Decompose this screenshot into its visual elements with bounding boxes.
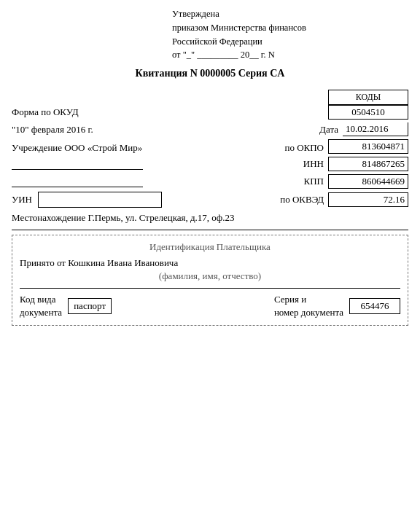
- date-value: 10.02.2016: [343, 122, 408, 136]
- payer-name: Принято от Кошкина Ивана Ивановича: [20, 257, 400, 269]
- divider-solid: [12, 230, 408, 230]
- approval-text: Утверждена приказом Министерства финансо…: [172, 7, 408, 62]
- doc-number-value[interactable]: 654476: [349, 298, 400, 314]
- okud-label: Форма по ОКУД: [12, 106, 328, 118]
- uin-right: по ОКВЭД 72.16: [162, 192, 408, 207]
- address-row: Местонахождение Г.Пермь, ул. Стрелецкая,…: [12, 212, 408, 224]
- okud-value: 0504510: [328, 105, 408, 120]
- receipt-title: Квитанция N 0000005 Серия CA: [12, 68, 408, 79]
- payer-section: Идентификация Плательщика Принято от Кош…: [12, 235, 408, 326]
- payer-identification-title: Идентификация Плательщика: [20, 241, 400, 253]
- okved-label: по ОКВЭД: [280, 194, 324, 206]
- inn-label: ИНН: [303, 158, 324, 170]
- uin-row: УИН по ОКВЭД 72.16: [12, 192, 408, 208]
- underline-row-2: КПП 860644669: [12, 174, 408, 189]
- approval-line1: Утверждена: [172, 7, 408, 21]
- kpp-label: КПП: [304, 176, 324, 187]
- org-label: Учреждение ООО «Строй Мир»: [12, 142, 284, 154]
- approval-line4: от "_" _________ 20__ г. N: [172, 48, 408, 62]
- okpo-label: по ОКПО: [284, 142, 324, 154]
- uin-label: УИН: [12, 194, 32, 206]
- approval-line3: Российской Федерации: [172, 35, 408, 49]
- org-row: Учреждение ООО «Строй Мир» по ОКПО 81360…: [12, 139, 408, 154]
- okud-row: Форма по ОКУД 0504510: [12, 105, 408, 120]
- payer-inner-divider: [20, 288, 400, 289]
- underline-2: [12, 174, 143, 187]
- date-row: "10" февраля 2016 г. Дата 10.02.2016: [12, 122, 408, 136]
- codes-section: КОДЫ: [12, 90, 408, 105]
- inn-value: 814867265: [328, 157, 408, 171]
- okpo-value: 813604871: [328, 139, 408, 154]
- doc-number-label: Серия и номер документа: [274, 293, 343, 319]
- uin-input[interactable]: [38, 192, 162, 208]
- kpp-value: 860644669: [328, 174, 408, 189]
- underline-1: [12, 157, 143, 170]
- date-label: Дата: [319, 124, 338, 136]
- approval-line2: приказом Министерства финансов: [172, 21, 408, 35]
- date-left-text: "10" февраля 2016 г.: [12, 124, 319, 136]
- doc-right: Серия и номер документа 654476: [112, 293, 400, 319]
- okved-value: 72.16: [328, 192, 408, 207]
- codes-header: КОДЫ: [328, 90, 408, 105]
- doc-type-label: Код вида документа: [20, 293, 62, 319]
- doc-row: Код вида документа паспорт Серия и номер…: [20, 293, 400, 319]
- doc-type-value[interactable]: паспорт: [68, 298, 112, 314]
- date-right: Дата 10.02.2016: [319, 122, 408, 136]
- payer-hint: (фамилия, имя, отчество): [20, 270, 400, 282]
- underline-row-1: ИНН 814867265: [12, 157, 408, 171]
